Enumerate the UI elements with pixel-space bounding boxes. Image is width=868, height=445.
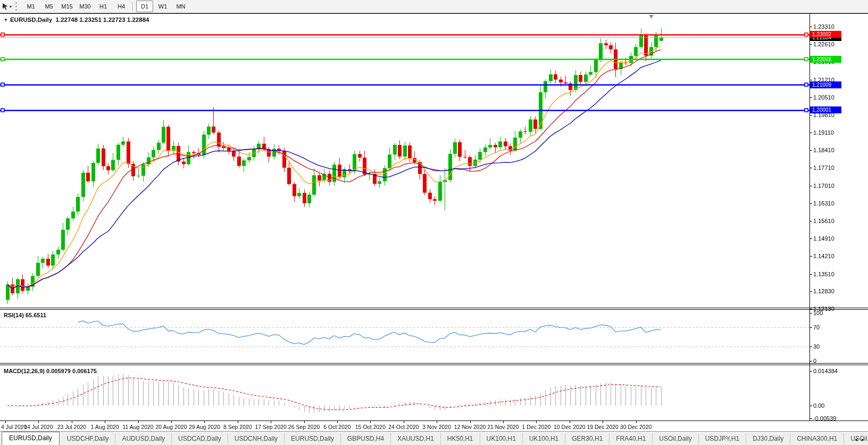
rsi-axis-label: 0 <box>813 358 816 364</box>
symbol-dropdown-icon: ▼ <box>4 18 8 22</box>
chart-tab-xauusd-h1[interactable]: XAUUSD,H1 <box>391 433 441 445</box>
rsi-axis-label: 100 <box>813 310 823 316</box>
date-axis-label: 8 Sep 2020 <box>223 424 252 430</box>
price-axis-label: 1.12830 <box>813 289 834 294</box>
chart-title-ohlc: 1.22748 1.23251 1.22723 1.22884 <box>56 17 149 23</box>
rsi-label: RSI(14) 65.6511 <box>4 312 46 318</box>
chart-title-symbol: EURUSD,Daily <box>10 17 52 23</box>
price-axis-label: 1.17710 <box>813 165 834 171</box>
timeframe-buttons: M1M5M15M30H1H4D1W1MN <box>22 1 190 12</box>
timeframe-button-m30[interactable]: M30 <box>77 1 94 12</box>
price-axis-label: 1.13510 <box>813 271 834 277</box>
timeframe-button-h4[interactable]: H4 <box>113 1 130 12</box>
price-axis-label: 1.17010 <box>813 183 834 189</box>
chart-tab-dj30-daily[interactable]: DJ30,Daily <box>746 433 790 445</box>
macd-axis-label: 0.00 <box>813 403 824 409</box>
hline-price-badge: 1.22016 <box>810 56 841 63</box>
tab-scroll-right-icon[interactable]: ▸ <box>859 436 866 442</box>
chart-tab-ger30-h1[interactable]: GER30,H1 <box>565 433 610 445</box>
macd-label: MACD(12,26,9) 0.005979 0.006175 <box>4 368 97 374</box>
date-axis-label: 23 Jul 2020 <box>57 424 86 430</box>
toolbar-grip[interactable] <box>15 2 19 11</box>
chart-tab-china300-h1[interactable]: CHINA300,H1 <box>790 433 844 445</box>
chart-tab-usdjpy-h1[interactable]: USDJPY,H1 <box>699 433 746 445</box>
date-axis-label: 3 Nov 2020 <box>422 424 451 430</box>
timeframe-button-w1[interactable]: W1 <box>154 1 171 12</box>
date-axis-label: 30 Dec 2020 <box>620 424 652 430</box>
rsi-axis-label: 70 <box>813 325 820 331</box>
date-axis-label: 12 Nov 2020 <box>454 424 486 430</box>
price-axis-label: 1.20510 <box>813 95 834 101</box>
date-axis: 4 Jul 202014 Jul 202023 Jul 20201 Aug 20… <box>0 421 809 431</box>
price-axis-label: 1.22610 <box>813 42 834 47</box>
date-axis-label: 24 Oct 2020 <box>388 424 419 430</box>
date-axis-label: 17 Sep 2020 <box>255 424 287 430</box>
date-axis-label: 15 Oct 2020 <box>355 424 386 430</box>
chart-tab-usdcnh-daily[interactable]: USDCNH,Daily <box>228 433 285 445</box>
date-axis-label: 1 Aug 2020 <box>91 424 119 430</box>
price-axis-label: 1.16310 <box>813 201 834 207</box>
hline-price-badge: 1.21009 <box>810 81 841 88</box>
date-axis-label: 29 Aug 2020 <box>189 424 220 430</box>
chart-tab-uk100-h1[interactable]: UK100,H1 <box>523 433 565 445</box>
chart-tab-fra40-h1[interactable]: FRA40,H1 <box>610 433 653 445</box>
cursor-tool-button[interactable]: ▾ <box>0 0 13 13</box>
chart-tab-hk50-h1[interactable]: HK50,H1 <box>441 433 480 445</box>
rsi-axis-label: 30 <box>813 344 820 350</box>
date-axis-label: 21 Nov 2020 <box>487 424 519 430</box>
date-axis-label: 6 Oct 2020 <box>323 424 350 430</box>
tab-scroll-nav: ◂▸ <box>853 436 866 442</box>
date-axis-label: 20 Aug 2020 <box>156 424 187 430</box>
date-axis-label: 19 Dec 2020 <box>587 424 619 430</box>
mt4-window: ▾ M1M5M15M30H1H4D1W1MN ▼EURUSD,Daily 1.2… <box>0 0 868 445</box>
chart-tab-audusd-daily[interactable]: AUDUSD,Daily <box>115 433 172 445</box>
chart-tab-usdchf-daily[interactable]: USDCHF,Daily <box>61 433 116 445</box>
timeframe-button-m5[interactable]: M5 <box>40 1 57 12</box>
chart-tab-usdcad-daily[interactable]: USDCAD,Daily <box>172 433 228 445</box>
chart-title: ▼EURUSD,Daily 1.22748 1.23251 1.22723 1.… <box>4 17 149 23</box>
date-axis-label: 1 Dec 2020 <box>522 424 551 430</box>
date-axis-label: 11 Aug 2020 <box>122 424 153 430</box>
price-axis-label: 1.15610 <box>813 218 834 224</box>
timeframe-button-h1[interactable]: H1 <box>95 1 112 12</box>
date-axis-label: 4 Jul 2020 <box>1 424 27 430</box>
tab-scroll-left-icon[interactable]: ◂ <box>853 436 859 442</box>
chevron-down-icon: ▾ <box>10 4 12 9</box>
date-axis-label: 14 Jul 2020 <box>24 424 53 430</box>
price-axis-label: 1.23310 <box>813 24 834 30</box>
date-axis-label: 26 Sep 2020 <box>288 424 320 430</box>
macd-axis-label: -0.00539 <box>813 416 836 422</box>
chart-tab-usoil-daily[interactable]: USOil,Daily <box>653 433 698 445</box>
macd-axis-label: 0.014384 <box>813 368 838 374</box>
chart-tab-gbpusd-h4[interactable]: GBPUSD,H4 <box>341 433 391 445</box>
toolbar-separator <box>132 2 133 11</box>
chart-tab-eurusd-daily[interactable]: EURUSD,Daily <box>285 433 341 445</box>
hline-price-badge: 1.20001 <box>810 106 841 113</box>
chart-canvas[interactable] <box>0 0 868 445</box>
price-axis-label: 1.19110 <box>813 130 834 136</box>
timeframe-button-d1[interactable]: D1 <box>136 1 153 12</box>
price-axis-label: 1.14210 <box>813 253 834 259</box>
timeframe-toolbar: ▾ M1M5M15M30H1H4D1W1MN <box>0 0 868 13</box>
price-axis-label: 1.18410 <box>813 147 834 153</box>
chart-tab-eurusd-daily[interactable]: EURUSD,Daily <box>2 432 60 445</box>
timeframe-button-m1[interactable]: M1 <box>22 1 39 12</box>
timeframe-button-mn[interactable]: MN <box>172 1 189 12</box>
timeframe-button-m15[interactable]: M15 <box>59 1 76 12</box>
date-axis-label: 10 Dec 2020 <box>554 424 586 430</box>
cursor-icon <box>2 3 9 10</box>
chart-tab-bar: EURUSD,DailyUSDCHF,DailyAUDUSD,DailyUSDC… <box>0 431 868 445</box>
chart-tab-uk100-h1[interactable]: UK100,H1 <box>480 433 523 445</box>
hline-price-badge: 1.23002 <box>810 31 841 38</box>
price-axis-label: 1.14910 <box>813 236 834 242</box>
